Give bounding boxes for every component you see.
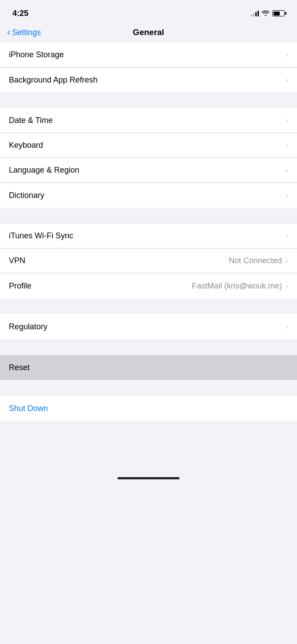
home-indicator-area xyxy=(0,456,297,485)
section-separator-5 xyxy=(0,380,297,396)
chevron-right-icon: › xyxy=(285,363,288,372)
regulatory-label: Regulatory xyxy=(9,322,285,332)
shut-down-label: Shut Down xyxy=(9,404,288,413)
regulatory-item[interactable]: Regulatory › xyxy=(0,314,297,339)
reset-label: Reset xyxy=(9,363,285,372)
chevron-right-icon: › xyxy=(285,166,288,175)
iphone-storage-label: iPhone Storage xyxy=(9,50,285,59)
section-group-2: Date & Time › Keyboard › Language & Regi… xyxy=(0,108,297,208)
background-app-refresh-item[interactable]: Background App Refresh › xyxy=(0,67,297,92)
profile-item[interactable]: Profile FastMail (kris@wouk.me) › xyxy=(0,273,297,298)
chevron-right-icon: › xyxy=(285,116,288,125)
section-group-3: iTunes Wi-Fi Sync › VPN Not Connected › … xyxy=(0,224,297,298)
chevron-right-icon: › xyxy=(285,256,288,265)
vpn-value: Not Connected xyxy=(229,256,282,265)
chevron-right-icon: › xyxy=(285,281,288,291)
profile-value: FastMail (kris@wouk.me) xyxy=(192,281,282,291)
back-chevron-icon: ‹ xyxy=(7,28,10,37)
dictionary-label: Dictionary xyxy=(9,191,285,200)
iphone-storage-item[interactable]: iPhone Storage › xyxy=(0,43,297,67)
dictionary-item[interactable]: Dictionary › xyxy=(0,183,297,208)
signal-bars-icon xyxy=(251,10,259,16)
section-group-1: iPhone Storage › Background App Refresh … xyxy=(0,43,297,92)
chevron-right-icon: › xyxy=(285,231,288,241)
background-app-refresh-label: Background App Refresh xyxy=(9,75,285,85)
page-title: General xyxy=(133,28,164,37)
battery-icon xyxy=(272,10,285,16)
status-time: 4:25 xyxy=(12,9,28,18)
back-button[interactable]: ‹ Settings xyxy=(7,28,41,37)
vpn-item[interactable]: VPN Not Connected › xyxy=(0,249,297,273)
shut-down-item[interactable]: Shut Down xyxy=(0,396,297,421)
home-indicator xyxy=(117,477,180,479)
section-group-5: Reset › xyxy=(0,355,297,380)
profile-label: Profile xyxy=(9,281,192,291)
date-time-item[interactable]: Date & Time › xyxy=(0,108,297,133)
section-group-4: Regulatory › xyxy=(0,314,297,339)
chevron-right-icon: › xyxy=(285,322,288,332)
status-bar: 4:25 xyxy=(0,0,297,24)
date-time-label: Date & Time xyxy=(9,116,285,125)
itunes-wifi-sync-item[interactable]: iTunes Wi-Fi Sync › xyxy=(0,224,297,249)
status-icons xyxy=(251,10,285,17)
wifi-icon xyxy=(262,10,270,17)
nav-bar: ‹ Settings General xyxy=(0,24,297,43)
reset-item[interactable]: Reset › xyxy=(0,355,297,380)
chevron-right-icon: › xyxy=(285,141,288,150)
chevron-right-icon: › xyxy=(285,50,288,59)
section-separator-4 xyxy=(0,339,297,355)
language-region-label: Language & Region xyxy=(9,166,285,175)
section-separator-1 xyxy=(0,92,297,108)
section-separator-6 xyxy=(0,421,297,456)
section-separator-2 xyxy=(0,208,297,224)
itunes-wifi-sync-label: iTunes Wi-Fi Sync xyxy=(9,231,285,241)
back-label: Settings xyxy=(12,28,41,37)
keyboard-item[interactable]: Keyboard › xyxy=(0,133,297,158)
vpn-label: VPN xyxy=(9,256,229,265)
chevron-right-icon: › xyxy=(285,191,288,200)
language-region-item[interactable]: Language & Region › xyxy=(0,158,297,183)
chevron-right-icon: › xyxy=(285,75,288,85)
section-group-6: Shut Down xyxy=(0,396,297,421)
section-separator-3 xyxy=(0,298,297,314)
keyboard-label: Keyboard xyxy=(9,141,285,150)
